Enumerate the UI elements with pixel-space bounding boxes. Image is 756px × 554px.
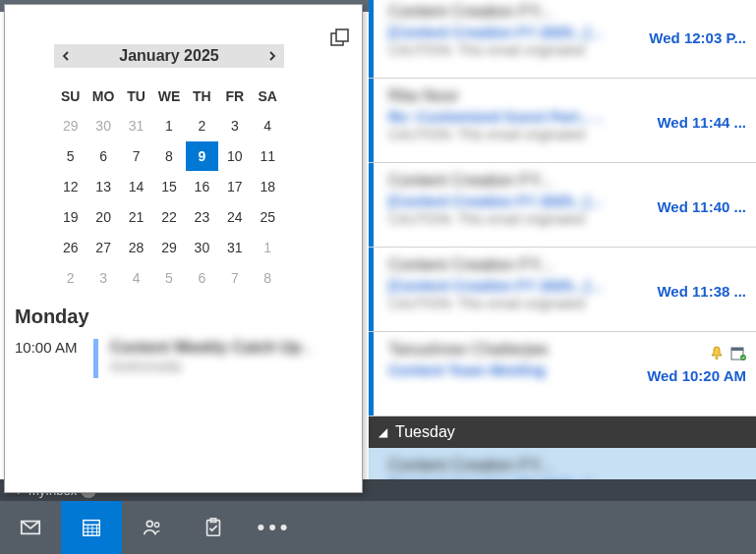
day-cell[interactable]: 2 xyxy=(54,263,87,293)
mail-preview: CAUTION: This email originated xyxy=(388,42,620,58)
day-cell[interactable]: 31 xyxy=(218,233,251,262)
mail-subject: Re: Customized Guest Part... .. xyxy=(388,108,620,125)
mail-sender: Content Creation FY... xyxy=(388,2,620,22)
popout-icon[interactable] xyxy=(330,28,350,48)
dow-cell: MO xyxy=(87,82,119,111)
mail-sender: Rita Noor xyxy=(388,86,620,106)
mail-subject: [Content Creation FY 2025...] .. xyxy=(388,277,620,294)
day-cell[interactable]: 2 xyxy=(186,111,218,140)
mail-time: Wed 11:44 ... xyxy=(657,114,746,131)
nav-mail-button[interactable] xyxy=(0,501,61,554)
day-cell[interactable]: 8 xyxy=(152,141,185,171)
day-cell[interactable]: 6 xyxy=(87,141,119,171)
svg-rect-5 xyxy=(336,29,348,41)
month-selector: January 2025 xyxy=(54,44,284,68)
chevron-down-icon: ◢ xyxy=(378,425,387,439)
agenda-item[interactable]: 10:00 AM Content Weekly Catch Up . Andro… xyxy=(15,339,352,378)
svg-point-14 xyxy=(154,523,158,526)
agenda-color-bar xyxy=(93,339,98,378)
day-cell[interactable]: 7 xyxy=(120,141,152,171)
day-cell[interactable]: 19 xyxy=(54,202,87,232)
day-cell[interactable]: 12 xyxy=(54,172,87,201)
mail-preview: CAUTION: This email originated xyxy=(388,127,620,142)
day-cell[interactable]: 29 xyxy=(152,233,185,262)
day-cell[interactable]: 7 xyxy=(218,263,251,293)
day-cell[interactable]: 5 xyxy=(54,141,87,171)
day-cell[interactable]: 11 xyxy=(252,141,284,171)
day-cell[interactable]: 18 xyxy=(252,172,284,201)
day-cell[interactable]: 29 xyxy=(54,111,87,140)
day-cell[interactable]: 3 xyxy=(87,263,119,293)
unread-stripe xyxy=(369,79,374,162)
dow-cell: FR xyxy=(218,82,251,111)
agenda-time: 10:00 AM xyxy=(15,339,93,356)
unread-stripe xyxy=(369,163,374,247)
day-cell[interactable]: 20 xyxy=(87,202,119,232)
day-cell[interactable]: 4 xyxy=(120,263,152,293)
day-cell[interactable]: 9 xyxy=(186,141,218,171)
mail-sender: Tanushree Chatterjee xyxy=(388,340,620,360)
mail-item[interactable]: Content Creation FY...[Content Creation … xyxy=(369,0,756,79)
day-cell[interactable]: 1 xyxy=(152,111,185,140)
mail-time: Wed 12:03 P... xyxy=(649,29,746,46)
nav-calendar-button[interactable] xyxy=(61,501,122,554)
mail-sender: Content Creation FY... xyxy=(388,255,620,275)
day-cell[interactable]: 8 xyxy=(252,263,284,293)
day-cell[interactable]: 25 xyxy=(252,202,284,232)
day-cell[interactable]: 23 xyxy=(186,202,218,232)
day-cell[interactable]: 3 xyxy=(218,111,251,140)
unread-stripe xyxy=(369,332,374,416)
mail-subject: [Content Creation FY 2025...] .. xyxy=(388,193,620,209)
date-separator-label: Tuesday xyxy=(395,423,455,441)
day-cell[interactable]: 22 xyxy=(152,202,185,232)
calendar-accept-icon xyxy=(730,346,746,363)
day-cell[interactable]: 28 xyxy=(120,233,152,262)
mail-time: Wed 11:40 ... xyxy=(657,198,746,215)
day-cell[interactable]: 14 xyxy=(120,172,152,201)
agenda-location: Andromeda xyxy=(110,359,310,374)
day-cell[interactable]: 30 xyxy=(87,111,119,140)
bell-icon xyxy=(709,346,725,363)
next-month-button[interactable] xyxy=(261,44,284,68)
mail-sender: Content Creation FY... xyxy=(388,456,620,475)
day-cell[interactable]: 31 xyxy=(120,111,152,140)
more-icon: ••• xyxy=(257,515,291,540)
day-cell[interactable]: 6 xyxy=(186,263,218,293)
day-cell[interactable]: 15 xyxy=(152,172,185,201)
prev-month-button[interactable] xyxy=(54,44,78,68)
calendar-peek-panel: January 2025 SUMOTUWETHFRSA 293031123456… xyxy=(4,4,363,493)
day-cell[interactable]: 16 xyxy=(186,172,218,201)
nav-people-button[interactable] xyxy=(122,501,183,554)
nav-tasks-button[interactable] xyxy=(183,501,244,554)
month-label: January 2025 xyxy=(119,47,218,65)
day-cell[interactable]: 1 xyxy=(252,233,284,262)
mail-subject: [Content Creation FY 2025...] .. xyxy=(388,24,620,40)
day-cell[interactable]: 10 xyxy=(218,141,251,171)
day-cell[interactable]: 4 xyxy=(252,111,284,140)
unread-stripe xyxy=(369,0,374,78)
svg-point-0 xyxy=(716,357,719,360)
day-cell[interactable]: 27 xyxy=(87,233,119,262)
date-separator[interactable]: ◢Tuesday xyxy=(369,416,756,448)
agenda-title: Content Weekly Catch Up . xyxy=(110,339,310,357)
mail-preview: CAUTION: This email originated xyxy=(388,296,620,311)
mail-item[interactable]: Tanushree ChatterjeeContent Team Meeting… xyxy=(369,332,756,416)
dow-cell: TU xyxy=(120,82,152,111)
svg-point-13 xyxy=(146,521,152,526)
mail-time: Wed 10:20 AM xyxy=(647,367,746,384)
day-cell[interactable]: 13 xyxy=(87,172,119,201)
mail-item[interactable]: Content Creation FY...[Content Creation … xyxy=(369,248,756,332)
dow-cell: SU xyxy=(54,82,87,111)
day-cell[interactable]: 24 xyxy=(218,202,251,232)
unread-stripe xyxy=(369,248,374,331)
nav-more-button[interactable]: ••• xyxy=(244,501,305,554)
mail-item[interactable]: Rita NoorRe: Customized Guest Part... ..… xyxy=(369,79,756,163)
day-cell[interactable]: 17 xyxy=(218,172,251,201)
mail-item[interactable]: Content Creation FY...[Content Creation … xyxy=(369,163,756,248)
dow-cell: TH xyxy=(186,82,218,111)
agenda-day-label: Monday xyxy=(15,305,89,328)
day-cell[interactable]: 26 xyxy=(54,233,87,262)
day-cell[interactable]: 21 xyxy=(120,202,152,232)
day-cell[interactable]: 5 xyxy=(152,263,185,293)
day-cell[interactable]: 30 xyxy=(186,233,218,262)
